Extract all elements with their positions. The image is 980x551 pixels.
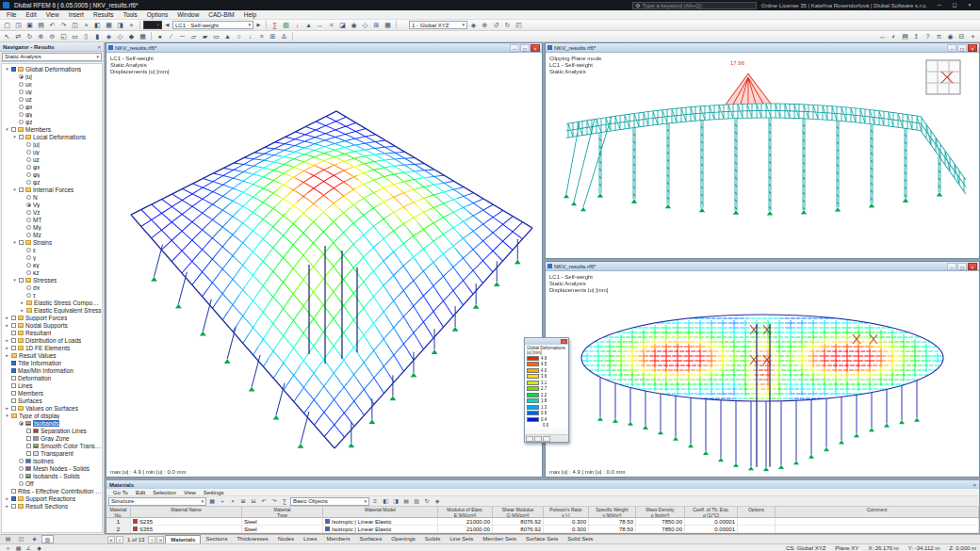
selection-mode-icon[interactable]: ◇ — [360, 21, 370, 30]
maximize-button[interactable]: ◻ — [947, 1, 962, 9]
collapse-icon[interactable]: ⊟ — [249, 497, 258, 506]
radio-icon[interactable] — [19, 97, 24, 102]
nav-tree-item[interactable]: ▾Stresses — [2, 276, 102, 284]
nav-tree-item[interactable]: Gray Zone — [2, 434, 102, 442]
chevron-down-icon[interactable]: ▾ — [5, 126, 9, 132]
previous-load-case-button[interactable]: ◀ — [163, 21, 172, 29]
checkbox-icon[interactable] — [11, 346, 16, 350]
info-icon[interactable]: ◉ — [945, 32, 956, 41]
table-tab-materials[interactable]: Materials — [165, 535, 201, 543]
fe-mesh-icon[interactable]: ▦ — [383, 21, 393, 30]
checkbox-icon[interactable] — [26, 436, 31, 441]
chevron-down-icon[interactable]: ▾ — [12, 239, 17, 245]
radio-icon[interactable] — [26, 142, 31, 147]
new-solid-icon[interactable]: ▰ — [200, 32, 210, 41]
menu-options[interactable]: Options — [142, 11, 172, 18]
nav-tree-item[interactable]: Separation Lines — [2, 427, 102, 434]
export-icon[interactable]: ↥ — [911, 32, 922, 41]
new-load-icon[interactable]: ↓ — [245, 32, 255, 41]
show-numbering-icon[interactable]: ≡ — [326, 21, 336, 30]
view-3d-icon[interactable]: ◈ — [433, 497, 442, 506]
chevron-right-icon[interactable]: ▸ — [20, 307, 24, 313]
panel-toggle-icon[interactable]: ◨ — [115, 21, 125, 30]
load-case-select[interactable]: LC1 - Self-weight▾ — [172, 21, 253, 29]
viewport-minimize-button[interactable]: ─ — [947, 44, 956, 52]
nav-tree-item[interactable]: ▸Elastic Equivalent Stress — [2, 306, 102, 314]
print-icon[interactable]: ▤ — [36, 21, 46, 30]
checkbox-icon[interactable] — [11, 391, 16, 396]
next-load-case-button[interactable]: ▶ — [254, 21, 263, 29]
radio-icon[interactable] — [26, 248, 31, 252]
navigator-toggle-icon[interactable]: ◧ — [92, 21, 103, 30]
redo-icon[interactable]: ↷ — [270, 497, 279, 506]
nav-tree-item[interactable]: ▾Strains — [2, 238, 102, 246]
view-x-icon[interactable]: ▭ — [70, 32, 80, 41]
table-cell[interactable] — [738, 526, 776, 533]
menu-window[interactable]: Window — [172, 11, 204, 18]
radio-icon[interactable] — [19, 105, 24, 109]
new-opening-icon[interactable]: ▭ — [211, 32, 221, 41]
chevron-down-icon[interactable]: ▾ — [5, 66, 9, 72]
checkbox-icon[interactable] — [26, 429, 31, 433]
materials-menu-selection[interactable]: Selection — [149, 490, 180, 495]
nav-tree-item[interactable]: ▸Support Reactions — [2, 494, 102, 502]
coordinate-system-select[interactable]: 1 - Global XYZ▾ — [409, 21, 467, 29]
nav-tree-item[interactable]: Isobands — [2, 419, 102, 427]
imperfection-icon[interactable]: ∆ — [279, 32, 289, 41]
radio-icon[interactable] — [19, 89, 24, 94]
menu-help[interactable]: Help — [239, 11, 261, 18]
menu-view[interactable]: View — [41, 11, 64, 18]
nav-tree-item[interactable]: φx — [2, 163, 102, 170]
nav-tree-item[interactable]: φy — [2, 110, 102, 118]
checkbox-icon[interactable] — [11, 383, 16, 388]
menu-edit[interactable]: Edit — [21, 11, 41, 18]
wireframe-icon[interactable]: ◇ — [115, 32, 125, 41]
table-cell[interactable]: 0.300 — [544, 526, 589, 533]
dimension-icon[interactable]: ↔ — [877, 32, 888, 41]
checkbox-icon[interactable] — [19, 135, 24, 139]
chevron-right-icon[interactable]: ▸ — [5, 337, 9, 343]
radio-icon[interactable] — [26, 293, 31, 298]
nav-tree-item[interactable]: ▾Members — [2, 125, 102, 133]
checkbox-icon[interactable] — [11, 406, 16, 411]
nav-tree-item[interactable]: Deformation — [2, 374, 102, 381]
clipping-plane-icon[interactable]: ◪ — [337, 21, 348, 30]
radio-icon[interactable] — [26, 210, 31, 215]
radio-icon[interactable] — [19, 82, 24, 87]
visibility-icon[interactable]: ◉ — [349, 21, 359, 30]
orbit-icon[interactable]: ↻ — [24, 32, 35, 41]
close-button[interactable]: × — [962, 1, 977, 9]
nav-tree-item[interactable]: Mesh Nodes - Solids — [2, 464, 102, 472]
nav-tree-item[interactable]: ▾Type of display — [2, 412, 102, 419]
new-surface-icon[interactable]: ▱ — [188, 32, 199, 41]
expand-icon[interactable]: ⊞ — [238, 497, 248, 506]
viewport-close-button[interactable]: × — [968, 263, 977, 270]
radio-icon[interactable] — [19, 459, 24, 463]
radio-icon[interactable] — [26, 225, 31, 230]
table-cell[interactable]: Steel — [242, 526, 323, 533]
table-tab-member-sets[interactable]: Member Sets — [478, 535, 521, 543]
nav-tree-item[interactable]: ▸Elastic Stress Components — [2, 299, 102, 306]
previous-table-button[interactable]: ‹ — [116, 536, 123, 543]
osnap-status-icon[interactable]: ◆ — [35, 543, 43, 551]
nav-tree-item[interactable]: ▸Nodal Supports — [2, 321, 102, 329]
nav-tree-item[interactable]: Max/Min Information — [2, 366, 102, 374]
legend-scale-button[interactable] — [534, 436, 542, 442]
nav-tree-item[interactable]: N — [2, 193, 102, 201]
nav-tree-item[interactable]: Off — [2, 479, 102, 487]
zoom-out-icon[interactable]: ⊖ — [47, 32, 57, 41]
viewport-restore-button[interactable]: ◻ — [520, 44, 530, 52]
chevron-right-icon[interactable]: ▸ — [5, 503, 9, 509]
table-cell[interactable]: 78.50 — [589, 518, 636, 526]
radio-icon[interactable] — [26, 285, 31, 290]
table-tab-openings[interactable]: Openings — [386, 535, 420, 543]
new-node-icon[interactable]: ● — [155, 32, 165, 41]
table-tab-members[interactable]: Members — [321, 535, 354, 543]
radio-icon[interactable] — [19, 474, 24, 478]
new-hinge-icon[interactable]: ○ — [234, 32, 244, 41]
nav-tree-item[interactable]: ε — [2, 246, 102, 253]
generate-mesh-icon[interactable]: ⊞ — [371, 21, 382, 30]
minimize-button[interactable]: ─ — [932, 1, 947, 9]
nav-tree-item[interactable]: Title Information — [2, 359, 102, 366]
materials-menu-view[interactable]: View — [180, 490, 200, 495]
